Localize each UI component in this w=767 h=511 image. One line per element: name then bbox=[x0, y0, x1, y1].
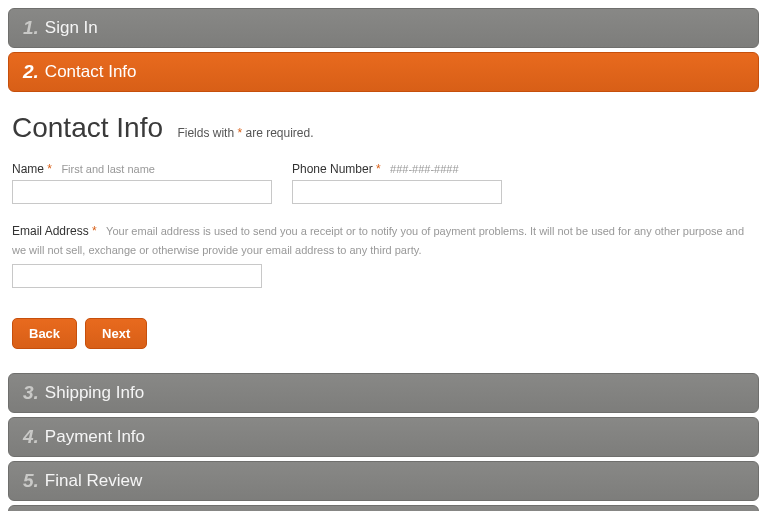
step-number: 1. bbox=[23, 17, 39, 39]
email-label: Email Address bbox=[12, 224, 89, 238]
name-label-line: Name * First and last name bbox=[12, 162, 272, 176]
button-row: Back Next bbox=[12, 318, 755, 349]
name-group: Name * First and last name bbox=[12, 162, 272, 204]
phone-group: Phone Number * ###-###-#### bbox=[292, 162, 502, 204]
hint-suffix: are required. bbox=[242, 126, 313, 140]
step-title: Final Review bbox=[45, 471, 142, 491]
required-star: * bbox=[92, 224, 97, 238]
step-contact-info[interactable]: 2. Contact Info bbox=[8, 52, 759, 92]
step-number: 4. bbox=[23, 426, 39, 448]
step-number: 2. bbox=[23, 61, 39, 83]
email-group: Email Address * Your email address is us… bbox=[12, 222, 755, 288]
name-hint: First and last name bbox=[61, 163, 155, 175]
step-title: Payment Info bbox=[45, 427, 145, 447]
email-label-line: Email Address * Your email address is us… bbox=[12, 222, 755, 260]
step-title: Contact Info bbox=[45, 62, 137, 82]
name-label: Name bbox=[12, 162, 44, 176]
step-number: 5. bbox=[23, 470, 39, 492]
email-description: Your email address is used to send you a… bbox=[12, 225, 744, 256]
required-fields-hint: Fields with * are required. bbox=[177, 126, 313, 140]
step-payment-info[interactable]: 4. Payment Info bbox=[8, 417, 759, 457]
email-input[interactable] bbox=[12, 264, 262, 288]
phone-input[interactable] bbox=[292, 180, 502, 204]
step-sign-in[interactable]: 1. Sign In bbox=[8, 8, 759, 48]
contact-info-panel: Contact Info Fields with * are required.… bbox=[8, 96, 759, 361]
phone-label-line: Phone Number * ###-###-#### bbox=[292, 162, 502, 176]
required-star: * bbox=[47, 162, 52, 176]
phone-label: Phone Number bbox=[292, 162, 373, 176]
phone-hint: ###-###-#### bbox=[390, 163, 459, 175]
step-complete-payment[interactable]: 6. Complete Payment bbox=[8, 505, 759, 511]
hint-prefix: Fields with bbox=[177, 126, 237, 140]
name-input[interactable] bbox=[12, 180, 272, 204]
next-button[interactable]: Next bbox=[85, 318, 147, 349]
step-shipping-info[interactable]: 3. Shipping Info bbox=[8, 373, 759, 413]
step-number: 3. bbox=[23, 382, 39, 404]
step-final-review[interactable]: 5. Final Review bbox=[8, 461, 759, 501]
required-star: * bbox=[376, 162, 381, 176]
back-button[interactable]: Back bbox=[12, 318, 77, 349]
step-title: Shipping Info bbox=[45, 383, 144, 403]
page-heading: Contact Info bbox=[12, 112, 163, 144]
step-title: Sign In bbox=[45, 18, 98, 38]
